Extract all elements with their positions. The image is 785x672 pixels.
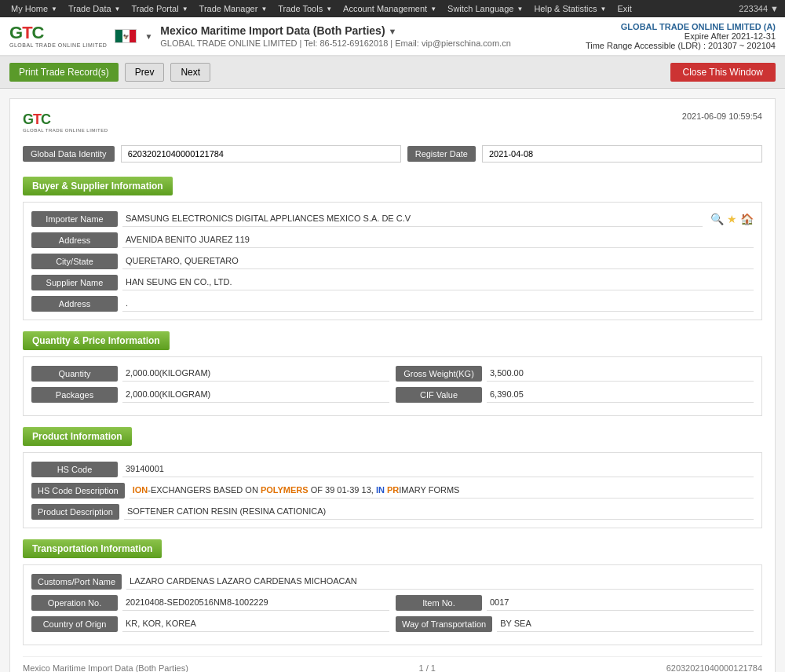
nav-account-management-arrow: ▼ (430, 5, 436, 13)
register-date-value: 2021-04-08 (482, 145, 762, 163)
packages-row: Packages 2,000.00(KILOGRAM) CIF Value 6,… (31, 386, 754, 403)
prev-button-top[interactable]: Prev (125, 63, 165, 82)
transportation-title: Transportation Information (23, 539, 162, 558)
hs-code-desc-row: HS Code Description ION-EXCHANGERS BASED… (31, 482, 754, 499)
product-fields: HS Code 39140001 HS Code Description ION… (23, 452, 762, 528)
country-transport-row: Country of Orign KR, KOR, KOREA Way of T… (31, 615, 754, 632)
header-title-area: Mexico Maritime Import Data (Both Partie… (160, 24, 510, 48)
title-arrow: ▼ (388, 27, 396, 36)
hs-code-desc-label: HS Code Description (31, 483, 125, 499)
country-origin-value: KR, KOR, KOREA (122, 615, 389, 632)
print-button-top[interactable]: Print Trade Record(s) (9, 63, 119, 82)
nav-my-home[interactable]: My Home ▼ (6, 0, 62, 17)
nav-trade-manager[interactable]: Trade Manager ▼ (195, 0, 272, 17)
quantity-row: Quantity 2,000.00(KILOGRAM) Gross Weight… (31, 365, 754, 382)
supplier-address-row: Address . (31, 295, 754, 312)
card-footer: Mexico Maritime Import Data (Both Partie… (23, 656, 762, 672)
nav-trade-portal[interactable]: Trade Portal ▼ (127, 0, 193, 17)
product-desc-value: SOFTENER CATION RESIN (RESINA CATIONICA) (124, 503, 754, 520)
importer-icons: 🔍 ★ 🏠 (710, 213, 754, 225)
nav-exit[interactable]: Exit (612, 0, 636, 17)
nav-trade-tools[interactable]: Trade Tools ▼ (273, 0, 337, 17)
card-logo: GTC GLOBAL TRADE ONLINE LIMITED (23, 111, 108, 133)
star-icon[interactable]: ★ (727, 213, 737, 225)
packages-group: Packages 2,000.00(KILOGRAM) (31, 386, 389, 403)
search-icon[interactable]: 🔍 (710, 213, 724, 225)
close-button-top[interactable]: Close This Window (670, 63, 776, 82)
hs-code-value: 39140001 (122, 461, 754, 477)
buyer-supplier-fields: Importer Name SAMSUNG ELECTRONICS DIGITA… (23, 202, 762, 320)
quantity-label: Quantity (31, 366, 118, 382)
mexico-flag: 🦅 (115, 29, 137, 43)
card-gtc-sub: GLOBAL TRADE ONLINE LIMITED (23, 128, 108, 133)
gross-weight-group: Gross Weight(KG) 3,500.00 (396, 365, 754, 382)
packages-value: 2,000.00(KILOGRAM) (122, 386, 389, 403)
footer-page: 1 / 1 (419, 663, 436, 672)
transportation-fields: Customs/Port Name LAZARO CARDENAS LAZARO… (23, 564, 762, 645)
product-desc-row: Product Description SOFTENER CATION RESI… (31, 503, 754, 520)
hs-code-row: HS Code 39140001 (31, 461, 754, 477)
gross-weight-value: 3,500.00 (487, 365, 754, 382)
toolbar-left: Print Trade Record(s) Prev Next (9, 63, 210, 82)
flag-dropdown-arrow[interactable]: ▼ (144, 32, 152, 41)
customs-port-row: Customs/Port Name LAZARO CARDENAS LAZARO… (31, 573, 754, 590)
operation-no-group: Operation No. 20210408-SED020516NM8-1002… (31, 594, 389, 611)
quantity-value: 2,000.00(KILOGRAM) (122, 365, 389, 382)
item-no-label: Item No. (396, 595, 482, 611)
way-transport-value: BY SEA (497, 615, 754, 632)
global-data-identity-value: 62032021040000121784 (121, 145, 401, 163)
header-right: GLOBAL TRADE ONLINE LIMITED (A) Expire A… (586, 22, 776, 50)
nav-help-statistics-arrow: ▼ (600, 5, 606, 13)
nav-account-management[interactable]: Account Management ▼ (338, 0, 441, 17)
supplier-name-value: HAN SEUNG EN CO., LTD. (122, 274, 754, 290)
nav-help-statistics[interactable]: Help & Statistics ▼ (529, 0, 611, 17)
hs-code-label: HS Code (31, 462, 118, 477)
nav-trade-manager-arrow: ▼ (261, 5, 267, 13)
packages-label: Packages (31, 387, 118, 403)
flag-red-stripe (130, 30, 137, 42)
supplier-name-label: Supplier Name (31, 275, 118, 290)
nav-switch-language[interactable]: Switch Language ▼ (443, 0, 528, 17)
footer-source: Mexico Maritime Import Data (Both Partie… (23, 663, 188, 672)
product-desc-label: Product Description (31, 504, 119, 520)
gtc-logo: GTC GLOBAL TRADE ONLINE LIMITED (9, 24, 107, 48)
page-subtitle: GLOBAL TRADE ONLINE LIMITED | Tel: 86-51… (160, 38, 510, 48)
city-state-row: City/State QUERETARO, QUERETARO (31, 253, 754, 269)
page-header: GTC GLOBAL TRADE ONLINE LIMITED 🦅 ▼ Mexi… (0, 17, 785, 57)
top-navigation: My Home ▼ Trade Data ▼ Trade Portal ▼ Tr… (0, 0, 785, 17)
home-icon[interactable]: 🏠 (740, 213, 754, 225)
gtc-logo-subtitle: GLOBAL TRADE ONLINE LIMITED (9, 42, 107, 48)
main-content: GTC GLOBAL TRADE ONLINE LIMITED 2021-06-… (0, 89, 785, 672)
hs-desc-in: IN (376, 485, 385, 495)
company-name: GLOBAL TRADE ONLINE LIMITED (A) (586, 22, 776, 31)
gtc-logo-text: GTC (9, 24, 43, 42)
supplier-name-row: Supplier Name HAN SEUNG EN CO., LTD. (31, 274, 754, 290)
account-id: 223344 ▼ (739, 4, 779, 13)
item-no-value: 0017 (487, 594, 754, 611)
quantity-price-section: Quantity & Price Information Quantity 2,… (23, 331, 762, 416)
product-section: Product Information HS Code 39140001 HS … (23, 427, 762, 528)
quantity-group: Quantity 2,000.00(KILOGRAM) (31, 365, 389, 382)
item-no-group: Item No. 0017 (396, 594, 754, 611)
product-title: Product Information (23, 427, 132, 446)
customs-port-value: LAZARO CARDENAS LAZARO CARDENAS MICHOACA… (126, 573, 754, 590)
country-origin-label: Country of Orign (31, 616, 118, 632)
page-title: Mexico Maritime Import Data (Both Partie… (160, 24, 510, 37)
nav-switch-language-arrow: ▼ (517, 5, 523, 13)
nav-trade-tools-arrow: ▼ (326, 5, 332, 13)
nav-trade-data[interactable]: Trade Data ▼ (64, 0, 126, 17)
way-transport-group: Way of Transportation BY SEA (396, 615, 754, 632)
hs-code-desc-value: ION-EXCHANGERS BASED ON POLYMERS OF 39 0… (130, 482, 754, 499)
customs-port-label: Customs/Port Name (31, 574, 122, 590)
flag-green-stripe (115, 30, 122, 42)
city-state-label: City/State (31, 254, 118, 269)
way-transport-label: Way of Transportation (396, 616, 492, 632)
buyer-supplier-section: Buyer & Supplier Information Importer Na… (23, 177, 762, 320)
time-range: Time Range Accessible (LDR) : 201307 ~ 2… (586, 41, 776, 50)
header-left: GTC GLOBAL TRADE ONLINE LIMITED 🦅 ▼ Mexi… (9, 24, 511, 48)
importer-address-row: Address AVENIDA BENITO JUAREZ 119 (31, 232, 754, 248)
hs-desc-polymers: POLYMERS (261, 485, 309, 495)
operation-row: Operation No. 20210408-SED020516NM8-1002… (31, 594, 754, 611)
next-button-top[interactable]: Next (170, 63, 210, 82)
footer-record-id: 62032021040000121784 (666, 663, 762, 672)
